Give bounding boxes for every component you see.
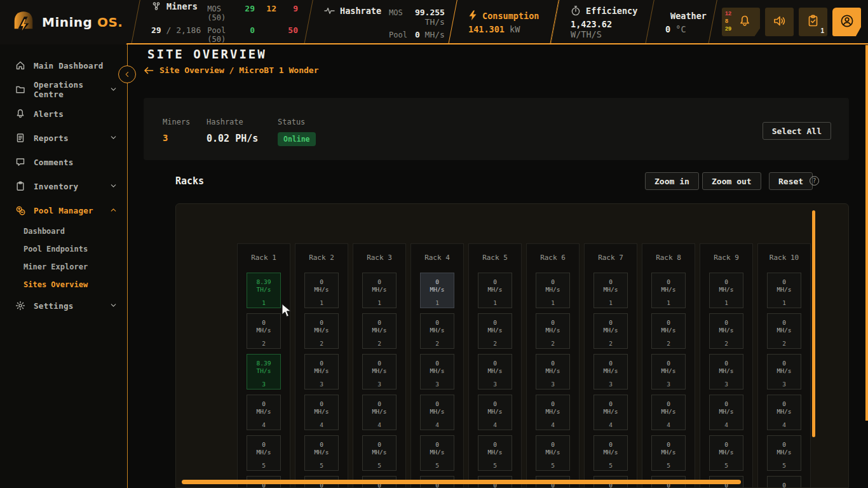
sidebar-item-settings[interactable]: Settings xyxy=(0,294,127,318)
miner-cell-rack-1-3[interactable]: 8.39TH/s3 xyxy=(247,354,281,390)
breadcrumb[interactable]: Site Overview / MicroBT 1 Wonder xyxy=(144,65,318,75)
miner-cell-rack-3-5[interactable]: 0MH/s5 xyxy=(362,435,397,471)
miner-cell-rack-3-3[interactable]: 0MH/s3 xyxy=(362,354,397,390)
miner-cell-rack-10-4[interactable]: 0MH/s4 xyxy=(767,395,801,430)
miner-cell-rack-8-1[interactable]: 0MH/s1 xyxy=(651,273,686,308)
miner-cell-rack-4-1[interactable]: 0MH/s1 xyxy=(420,273,454,308)
miner-cell-rack-7-3[interactable]: 0MH/s3 xyxy=(593,354,628,390)
miner-cell-rack-2-1[interactable]: 0MH/s1 xyxy=(304,273,339,308)
miner-cell-rack-6-3[interactable]: 0MH/s3 xyxy=(536,354,570,390)
pool-err-count: 50 xyxy=(283,25,298,35)
miner-cell-rack-2-3[interactable]: 0MH/s3 xyxy=(304,354,339,390)
sidebar-item-inventory[interactable]: Inventory xyxy=(0,174,127,198)
zoom-in-button[interactable]: Zoom in xyxy=(645,172,699,190)
announcements-speaker-button[interactable] xyxy=(765,8,794,36)
sidebar-item-operations-centre[interactable]: Operations Centre xyxy=(0,78,127,102)
cell-miner-number: 4 xyxy=(551,421,555,429)
miner-cell-rack-5-5[interactable]: 0MH/s5 xyxy=(478,435,512,471)
miner-cell-rack-2-5[interactable]: 0MH/s5 xyxy=(304,435,339,471)
cell-hashrate-unit: MH/s xyxy=(777,286,792,294)
miner-cell-rack-8-4[interactable]: 0MH/s4 xyxy=(651,395,686,430)
cell-hashrate-value: 0 xyxy=(724,319,728,327)
racks-horizontal-scrollbar[interactable] xyxy=(182,480,741,484)
zoom-out-button[interactable]: Zoom out xyxy=(702,172,761,190)
miner-cell-rack-6-5[interactable]: 0MH/s5 xyxy=(536,435,570,471)
miner-cell-rack-5-1[interactable]: 0MH/s1 xyxy=(478,273,512,308)
miner-cell-rack-10-2[interactable]: 0MH/s2 xyxy=(767,313,801,349)
sidebar-collapse-button[interactable] xyxy=(118,65,136,83)
cell-hashrate-value: 0 xyxy=(551,360,555,367)
cell-hashrate-value: 0 xyxy=(782,319,786,327)
tasks-clipboard-button[interactable]: 1 xyxy=(799,8,827,36)
cell-hashrate-unit: MH/s xyxy=(372,367,387,375)
page-scrollbar[interactable] xyxy=(865,45,868,421)
miner-cell-rack-5-4[interactable]: 0MH/s4 xyxy=(478,395,512,430)
sidebar-item-reports[interactable]: Reports xyxy=(0,126,127,150)
miner-cell-rack-4-3[interactable]: 0MH/s3 xyxy=(420,354,454,390)
consumption-value: 141.301 kW xyxy=(468,24,544,34)
miners-active-total: 29 / 2,186 xyxy=(151,25,201,35)
miner-cell-rack-7-1[interactable]: 0MH/s1 xyxy=(593,273,628,308)
miner-cell-rack-3-4[interactable]: 0MH/s4 xyxy=(362,395,397,430)
sidebar-item-label: Comments xyxy=(34,158,118,167)
sidebar-item-miner-explorer[interactable]: Miner Explorer xyxy=(0,258,127,276)
cell-hashrate-unit: MH/s xyxy=(661,286,676,294)
miner-cell-rack-1-1[interactable]: 8.39TH/s1 xyxy=(247,273,281,308)
miner-cell-rack-6-2[interactable]: 0MH/s2 xyxy=(536,313,570,349)
clipboard-check-icon xyxy=(807,15,819,29)
account-button[interactable] xyxy=(832,8,861,36)
miner-cell-rack-10-6[interactable]: 0MH/s6 xyxy=(767,476,801,488)
rack-title: Rack 5 xyxy=(482,254,508,262)
miner-cell-rack-10-5[interactable]: 0MH/s5 xyxy=(767,435,801,471)
miner-cell-rack-10-3[interactable]: 0MH/s3 xyxy=(767,354,801,390)
select-all-button[interactable]: Select All xyxy=(763,122,831,140)
sidebar-item-main-dashboard[interactable]: Main Dashboard xyxy=(0,53,127,78)
sidebar-item-pool-endpoints[interactable]: Pool Endpoints xyxy=(0,240,127,258)
folder-icon xyxy=(15,85,26,95)
cell-miner-number: 4 xyxy=(609,421,613,429)
sidebar-item-pool-manager[interactable]: Pool Manager xyxy=(0,198,127,222)
miner-cell-rack-9-2[interactable]: 0MH/s2 xyxy=(709,313,743,349)
miner-cell-rack-3-1[interactable]: 0MH/s1 xyxy=(362,273,397,308)
app-logo[interactable]: Mining OS. xyxy=(0,0,135,44)
sidebar-item-alerts[interactable]: Alerts xyxy=(0,102,127,126)
mos-warn-count: 12 xyxy=(261,4,276,13)
cell-hashrate-unit: MH/s xyxy=(372,327,387,334)
miner-cell-rack-8-5[interactable]: 0MH/s5 xyxy=(651,435,686,471)
miner-cell-rack-7-4[interactable]: 0MH/s4 xyxy=(593,395,628,430)
miner-cell-rack-7-5[interactable]: 0MH/s5 xyxy=(593,435,628,471)
miner-cell-rack-2-2[interactable]: 0MH/s2 xyxy=(304,313,339,349)
miner-cell-rack-9-4[interactable]: 0MH/s4 xyxy=(709,395,743,430)
miner-cell-rack-1-4[interactable]: 0MH/s4 xyxy=(247,395,281,430)
miner-cell-rack-7-2[interactable]: 0MH/s2 xyxy=(593,313,628,349)
miner-cell-rack-8-2[interactable]: 0MH/s2 xyxy=(651,313,686,349)
rack-title: Rack 4 xyxy=(424,254,450,262)
help-icon[interactable]: ? xyxy=(810,176,819,186)
sidebar-item-dashboard[interactable]: Dashboard xyxy=(0,222,127,240)
cell-miner-number: 1 xyxy=(609,299,613,307)
cell-hashrate-value: 0 xyxy=(782,278,786,286)
miner-cell-rack-9-3[interactable]: 0MH/s3 xyxy=(709,354,743,390)
miner-cell-rack-9-1[interactable]: 0MH/s1 xyxy=(709,273,743,308)
miner-cell-rack-4-5[interactable]: 0MH/s5 xyxy=(420,435,454,471)
miner-cell-rack-6-1[interactable]: 0MH/s1 xyxy=(536,273,570,308)
sidebar-item-comments[interactable]: Comments xyxy=(0,150,127,174)
miner-cell-rack-2-4[interactable]: 0MH/s4 xyxy=(304,395,339,430)
miner-cell-rack-6-4[interactable]: 0MH/s4 xyxy=(536,395,570,430)
racks-vertical-scrollbar[interactable] xyxy=(812,210,815,437)
miner-cell-rack-1-2[interactable]: 0MH/s2 xyxy=(247,313,281,349)
sidebar-item-sites-overview[interactable]: Sites Overview xyxy=(0,276,127,294)
miner-cell-rack-8-3[interactable]: 0MH/s3 xyxy=(651,354,686,390)
miner-cell-rack-5-2[interactable]: 0MH/s2 xyxy=(478,313,512,349)
alerts-bell-button[interactable]: 12 8 29 xyxy=(722,8,760,36)
miner-cell-rack-4-4[interactable]: 0MH/s4 xyxy=(420,395,454,430)
miner-cell-rack-4-2[interactable]: 0MH/s2 xyxy=(420,313,454,349)
reset-button[interactable]: Reset xyxy=(769,172,813,190)
miner-cell-rack-3-2[interactable]: 0MH/s2 xyxy=(362,313,397,349)
cell-hashrate-value: 0 xyxy=(262,441,266,449)
miner-cell-rack-5-3[interactable]: 0MH/s3 xyxy=(478,354,512,390)
miner-cell-rack-1-5[interactable]: 0MH/s5 xyxy=(247,435,281,471)
miner-cell-rack-10-1[interactable]: 0MH/s1 xyxy=(767,273,801,308)
cell-hashrate-unit: MH/s xyxy=(315,327,329,334)
miner-cell-rack-9-5[interactable]: 0MH/s5 xyxy=(709,435,743,471)
